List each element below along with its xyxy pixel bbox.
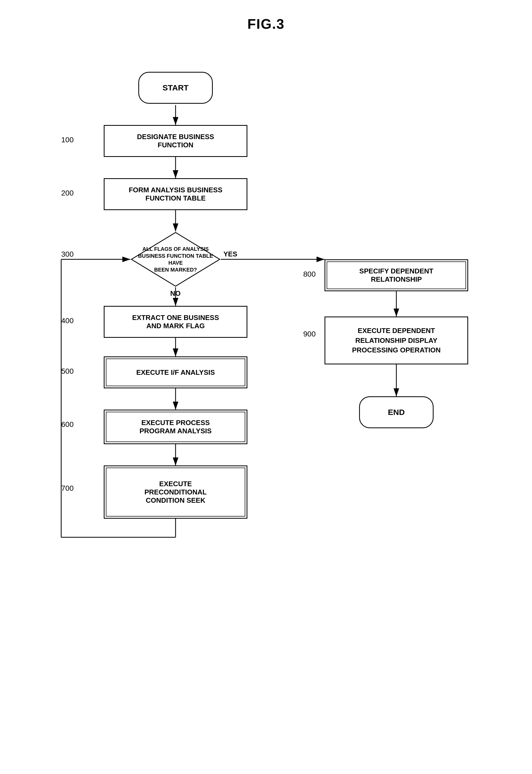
step-900-label: 900 <box>303 330 316 338</box>
yes-label: YES <box>223 250 237 258</box>
step-400-label: 400 <box>61 317 74 325</box>
step-700-shape: EXECUTE PRECONDITIONAL CONDITION SEEK <box>104 465 247 519</box>
step-600-shape: EXECUTE PROCESS PROGRAM ANALYSIS <box>104 410 247 444</box>
page-title: FIG.3 <box>0 16 532 32</box>
step-100-shape: DESIGNATE BUSINESS FUNCTION <box>104 125 247 157</box>
step-400-shape: EXTRACT ONE BUSINESS AND MARK FLAG <box>104 306 247 338</box>
step-600-label: 600 <box>61 420 74 429</box>
step-700-label: 700 <box>61 484 74 493</box>
step-900-shape: EXECUTE DEPENDENT RELATIONSHIP DISPLAY P… <box>325 317 468 364</box>
step-800-label: 800 <box>303 270 316 278</box>
step-500-shape: EXECUTE I/F ANALYSIS <box>104 356 247 388</box>
no-label: NO <box>170 289 181 298</box>
step-200-label: 200 <box>61 189 74 197</box>
arrows-svg <box>0 37 532 771</box>
start-shape: START <box>138 72 213 104</box>
end-shape: END <box>359 396 434 428</box>
step-100-label: 100 <box>61 136 74 144</box>
step-200-shape: FORM ANALYSIS BUSINESS FUNCTION TABLE <box>104 178 247 210</box>
step-500-label: 500 <box>61 367 74 376</box>
step-800-shape: SPECIFY DEPENDENT RELATIONSHIP <box>325 259 468 291</box>
step-300-label: 300 <box>61 250 74 259</box>
step-300-shape: ALL FLAGS OF ANALYSIS BUSINESS FUNCTION … <box>130 231 221 287</box>
